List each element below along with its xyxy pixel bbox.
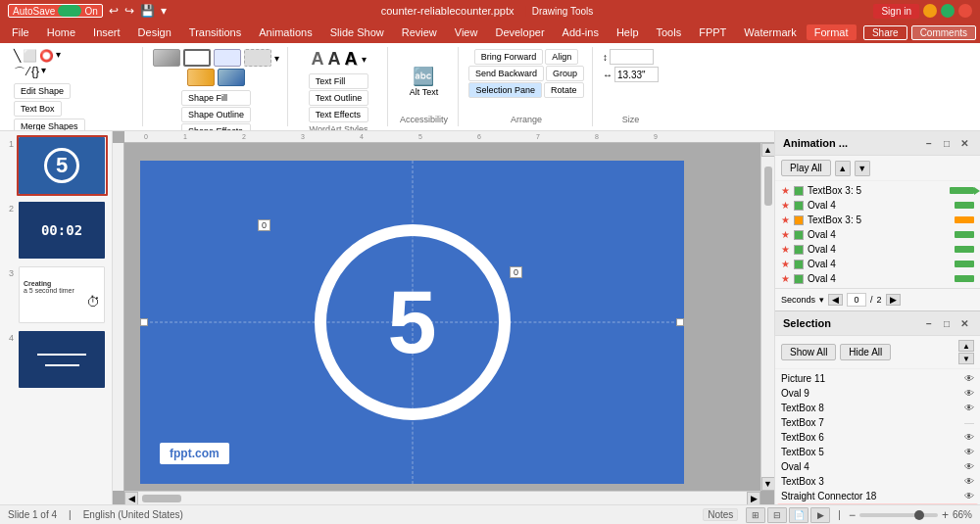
- style-sample-2[interactable]: [183, 49, 211, 67]
- menu-design[interactable]: Design: [130, 24, 179, 40]
- sel-item-picture11[interactable]: Picture 11 👁: [777, 371, 978, 386]
- wordart-sample-1[interactable]: A: [312, 49, 324, 70]
- zoom-plus-btn[interactable]: +: [942, 508, 949, 522]
- minimize-icon[interactable]: [923, 4, 937, 18]
- customize-icon[interactable]: ▾: [161, 4, 167, 18]
- selection-close-btn[interactable]: ✕: [956, 315, 972, 331]
- shape-outline-btn[interactable]: Shape Outline: [181, 107, 251, 122]
- sel-eye-textbox8[interactable]: 👁: [964, 403, 974, 413]
- sel-item-textbox3[interactable]: TextBox 3 👁: [777, 474, 978, 489]
- slide-thumb-4[interactable]: 4: [4, 329, 108, 390]
- anim-time-nav-prev[interactable]: ◀: [828, 294, 843, 306]
- shape-bracket-icon[interactable]: {}: [31, 65, 39, 81]
- v-scrollbar[interactable]: ▲ ▼: [760, 143, 774, 491]
- sel-eye-picture11[interactable]: 👁: [964, 373, 974, 384]
- scroll-down-arrow[interactable]: ▼: [761, 477, 775, 491]
- menu-watermark[interactable]: Watermark: [736, 24, 804, 40]
- scroll-right-arrow[interactable]: ▶: [747, 492, 760, 505]
- animation-close-btn[interactable]: ✕: [956, 135, 972, 151]
- sel-item-connector17[interactable]: Straight Connector 17 👁: [777, 503, 978, 504]
- notes-button[interactable]: Notes: [703, 508, 738, 521]
- sel-nav-up[interactable]: ▲: [958, 340, 974, 352]
- redo-icon[interactable]: ↪: [124, 4, 134, 18]
- height-input[interactable]: [610, 49, 654, 65]
- menu-view[interactable]: View: [447, 24, 486, 40]
- menu-review[interactable]: Review: [394, 24, 445, 40]
- play-all-button[interactable]: Play All: [781, 160, 831, 176]
- sel-item-textbox8[interactable]: TextBox 8 👁: [777, 401, 978, 415]
- scroll-left-arrow[interactable]: ◀: [124, 492, 138, 505]
- menu-insert[interactable]: Insert: [85, 24, 128, 40]
- animation-expand-btn[interactable]: □: [939, 135, 955, 151]
- share-button[interactable]: Share: [863, 25, 907, 40]
- reading-view-btn[interactable]: 📄: [789, 507, 808, 523]
- style-sample-3[interactable]: [214, 49, 241, 67]
- normal-view-btn[interactable]: ⊞: [746, 507, 765, 523]
- alt-text-button[interactable]: 🔤 Alt Text: [406, 64, 442, 99]
- anim-item-1[interactable]: ★ Oval 4: [777, 198, 978, 213]
- shape-effects-btn[interactable]: Shape Effects: [181, 123, 251, 130]
- anim-dropdown-icon[interactable]: ▾: [819, 295, 824, 305]
- slide-img-2[interactable]: 00:02: [17, 200, 108, 261]
- merge-shapes-btn[interactable]: Merge Shapes: [14, 119, 85, 130]
- sel-item-oval9[interactable]: Oval 9 👁: [777, 386, 978, 401]
- menu-tools[interactable]: Tools: [649, 24, 690, 40]
- text-box-btn[interactable]: Text Box: [14, 101, 62, 117]
- text-fill-btn[interactable]: Text Fill: [309, 73, 369, 89]
- rotate-btn[interactable]: Rotate: [544, 82, 584, 98]
- menu-developer[interactable]: Developer: [487, 24, 552, 40]
- selection-expand-btn[interactable]: □: [939, 315, 955, 331]
- anim-nav-down[interactable]: ▼: [855, 161, 870, 176]
- shape-circle-icon[interactable]: ⭕: [39, 49, 54, 63]
- main-slide[interactable]: 5 0 0 fppt.com: [140, 161, 684, 484]
- h-scroll-thumb[interactable]: [142, 495, 181, 502]
- text-effects-btn[interactable]: Text Effects: [309, 107, 369, 122]
- handle-right[interactable]: [676, 318, 684, 326]
- shape-curve-icon[interactable]: ⌒: [14, 65, 25, 81]
- sel-eye-textbox6[interactable]: 👁: [964, 432, 974, 443]
- anim-item-4[interactable]: ★ Oval 4: [777, 242, 978, 257]
- show-all-button[interactable]: Show All: [781, 344, 836, 360]
- zoom-minus-btn[interactable]: −: [849, 508, 856, 522]
- anim-item-6[interactable]: ★ Oval 4: [777, 271, 978, 286]
- menu-transitions[interactable]: Transitions: [181, 24, 249, 40]
- sel-item-oval4[interactable]: Oval 4 👁: [777, 459, 978, 474]
- sel-eye-oval9[interactable]: 👁: [964, 388, 974, 399]
- scroll-thumb[interactable]: [764, 167, 772, 206]
- anim-nav-up[interactable]: ▲: [835, 161, 851, 176]
- h-scrollbar[interactable]: ◀ ▶: [124, 491, 760, 504]
- sel-item-connector18[interactable]: Straight Connector 18 👁: [777, 489, 978, 503]
- sel-eye-textbox5[interactable]: 👁: [964, 447, 974, 457]
- anim-time-input[interactable]: [847, 293, 866, 307]
- anim-item-3[interactable]: ★ Oval 4: [777, 227, 978, 242]
- signin-button[interactable]: Sign in: [873, 4, 919, 19]
- wordart-more-icon[interactable]: ▾: [362, 54, 367, 65]
- shape-fill-btn[interactable]: Shape Fill: [181, 90, 251, 106]
- send-backward-btn[interactable]: Send Backward: [468, 66, 544, 81]
- shape-line2-icon[interactable]: ∕: [27, 65, 29, 81]
- save-icon[interactable]: 💾: [140, 4, 155, 18]
- menu-fppt[interactable]: FPPT: [691, 24, 734, 40]
- style-sample-1[interactable]: [153, 49, 180, 67]
- animation-collapse-btn[interactable]: −: [921, 135, 937, 151]
- style-sample-4[interactable]: [244, 49, 271, 67]
- zoom-slider[interactable]: [859, 513, 938, 517]
- handle-left[interactable]: [140, 318, 148, 326]
- slide-sorter-btn[interactable]: ⊟: [767, 507, 787, 523]
- slide-img-3[interactable]: Creating a 5 second timer ⏱: [17, 264, 108, 325]
- shape-line-icon[interactable]: ╲: [14, 49, 21, 63]
- sel-item-textbox6[interactable]: TextBox 6 👁: [777, 430, 978, 445]
- close-icon[interactable]: [958, 4, 972, 18]
- slide-img-1[interactable]: 5: [17, 135, 108, 196]
- anim-time-nav-next[interactable]: ▶: [886, 294, 901, 306]
- sel-nav-down[interactable]: ▼: [958, 353, 974, 364]
- width-input[interactable]: [614, 67, 659, 82]
- styles-more-icon[interactable]: ▾: [274, 53, 279, 64]
- sel-item-textbox7[interactable]: TextBox 7 —: [777, 415, 978, 430]
- menu-file[interactable]: File: [4, 24, 37, 40]
- sel-item-textbox5[interactable]: TextBox 5 👁: [777, 445, 978, 459]
- slideshow-btn[interactable]: ▶: [810, 507, 830, 523]
- slide-thumb-3[interactable]: 3 Creating a 5 second timer ⏱: [4, 264, 108, 325]
- bring-forward-btn[interactable]: Bring Forward: [474, 49, 544, 65]
- text-outline-btn[interactable]: Text Outline: [309, 90, 369, 106]
